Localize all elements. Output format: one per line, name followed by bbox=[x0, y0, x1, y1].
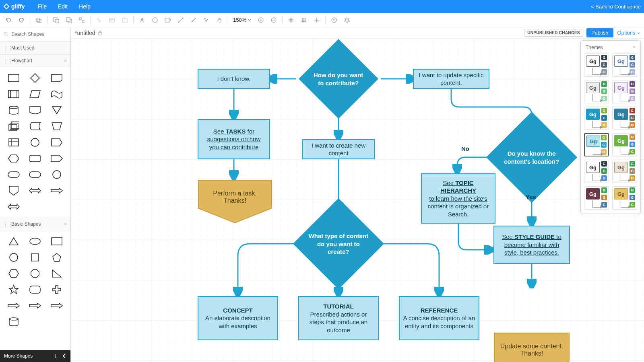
box-update-specific[interactable]: I want to update specific content. bbox=[413, 69, 489, 89]
terminal-perform-task[interactable]: Perform a task. Thanks! bbox=[198, 179, 272, 224]
box-topic-hierarchy[interactable]: See TOPIC HIERARCHY to learn how the sit… bbox=[421, 173, 495, 224]
shape-parallelogram[interactable] bbox=[26, 87, 45, 101]
menu-file[interactable]: File bbox=[32, 3, 52, 10]
shape-diamond[interactable] bbox=[26, 71, 45, 85]
box-reference[interactable]: REFERENCE A concise description of an en… bbox=[399, 296, 479, 340]
shape-terminator[interactable] bbox=[4, 168, 23, 181]
box-tasks[interactable]: See TASKS for suggestions on how you can… bbox=[198, 119, 270, 159]
shape-connector-circle[interactable] bbox=[26, 136, 45, 149]
theme-tile[interactable]: Gg G G G bbox=[584, 186, 609, 210]
pan-tool-button[interactable] bbox=[213, 14, 225, 26]
section-basic-shapes[interactable]: ⋮⋮ Basic Shapes × bbox=[0, 218, 70, 230]
shape-plus[interactable] bbox=[47, 283, 66, 296]
zoom-level[interactable]: 150% bbox=[231, 17, 254, 23]
shape-arrow-rect[interactable] bbox=[47, 152, 66, 165]
shape-cylinder[interactable] bbox=[4, 103, 23, 117]
undo-button[interactable] bbox=[2, 14, 14, 26]
connector-tool-button[interactable] bbox=[175, 14, 187, 26]
zoom-out-button[interactable] bbox=[268, 14, 280, 26]
shape-octagon[interactable] bbox=[26, 267, 45, 280]
box-dont-know[interactable]: I don't know. bbox=[198, 69, 270, 89]
shape-arrow-right[interactable] bbox=[47, 184, 66, 197]
app-logo[interactable]: gliffy bbox=[3, 3, 25, 10]
shape-arrow-lr2[interactable] bbox=[4, 200, 23, 214]
shape-square[interactable] bbox=[26, 251, 45, 264]
shape-rect2[interactable] bbox=[47, 234, 66, 248]
popup-button[interactable] bbox=[119, 14, 131, 26]
theme-tile[interactable]: Gg G G G bbox=[584, 107, 609, 130]
close-icon[interactable]: × bbox=[64, 221, 67, 227]
shape-hexagon[interactable] bbox=[4, 152, 23, 165]
snap-button[interactable] bbox=[298, 14, 310, 26]
shape-rounded2[interactable] bbox=[26, 283, 45, 296]
shape-arrow-r3[interactable] bbox=[26, 299, 45, 313]
shape-shield[interactable] bbox=[4, 184, 23, 197]
shape-hexagon2[interactable] bbox=[4, 267, 23, 280]
search-shapes-input[interactable] bbox=[2, 30, 68, 39]
canvas[interactable]: How do you want to contribute? I don't k… bbox=[71, 39, 644, 362]
shape-triangle[interactable] bbox=[4, 234, 23, 248]
publish-button[interactable]: Publish bbox=[586, 28, 613, 37]
shape-ellipse[interactable] bbox=[26, 234, 45, 248]
close-icon[interactable]: × bbox=[633, 45, 636, 50]
bring-front-button[interactable] bbox=[50, 14, 62, 26]
circle-tool-button[interactable] bbox=[149, 14, 161, 26]
shape-triangle-down[interactable] bbox=[47, 103, 66, 117]
send-back-button[interactable] bbox=[63, 14, 75, 26]
grid-button[interactable] bbox=[285, 14, 297, 26]
line-tool-button[interactable] bbox=[188, 14, 200, 26]
box-create-new[interactable]: I want to create new content bbox=[302, 139, 375, 159]
shape-cylinder2[interactable] bbox=[4, 315, 23, 329]
note-button[interactable] bbox=[106, 14, 118, 26]
layers-button[interactable] bbox=[341, 14, 353, 26]
section-most-used[interactable]: ⋮⋮ Most Used bbox=[0, 41, 70, 54]
theme-tile[interactable]: Gg G G G bbox=[584, 80, 609, 103]
shape-right-triangle[interactable] bbox=[47, 267, 66, 280]
theme-tile[interactable]: Gg G G G bbox=[612, 160, 637, 183]
shape-arrow-r4[interactable] bbox=[47, 299, 66, 313]
options-button[interactable]: Options bbox=[617, 30, 640, 36]
decision-how-contribute[interactable]: How do you want to contribute? bbox=[299, 39, 378, 119]
shape-pentagon[interactable] bbox=[47, 251, 66, 264]
themes-button[interactable] bbox=[328, 14, 340, 26]
group-button[interactable] bbox=[76, 14, 88, 26]
theme-tile[interactable]: Gg G G G bbox=[612, 107, 637, 130]
shape-stack[interactable] bbox=[4, 119, 23, 133]
box-concept[interactable]: CONCEPT An elaborate description with ex… bbox=[198, 296, 278, 340]
shape-card[interactable] bbox=[47, 71, 66, 85]
shape-offpage[interactable] bbox=[47, 136, 66, 149]
box-tutorial[interactable]: TUTORIAL Prescribed actions or steps tha… bbox=[298, 296, 379, 340]
shape-manual-op[interactable] bbox=[47, 119, 66, 133]
more-shapes-button[interactable]: More Shapes bbox=[0, 350, 70, 362]
shape-pill[interactable] bbox=[26, 168, 45, 181]
copy-button[interactable] bbox=[33, 14, 45, 26]
shape-predefined[interactable] bbox=[4, 87, 23, 101]
shape-circle2[interactable] bbox=[47, 168, 66, 181]
theme-tile[interactable]: Gg G G G bbox=[612, 53, 637, 77]
back-to-confluence-link[interactable]: < Back to Confluence bbox=[591, 4, 641, 10]
shape-rounded-rect[interactable] bbox=[26, 152, 45, 165]
decision-content-type[interactable]: What type of content do you want to crea… bbox=[293, 198, 384, 289]
terminal-update-content[interactable]: Update some content. Thanks! bbox=[493, 332, 570, 362]
shape-rectangle[interactable] bbox=[4, 71, 23, 85]
menu-help[interactable]: Help bbox=[73, 3, 96, 10]
pointer-tool-button[interactable] bbox=[200, 14, 213, 26]
theme-tile[interactable]: Gg G G G bbox=[612, 80, 637, 103]
decision-know-location[interactable]: Do you know the content's location? bbox=[486, 112, 577, 203]
theme-tile[interactable]: Gg G G G bbox=[584, 160, 609, 183]
section-flowchart[interactable]: ⋮⋮ Flowchart × bbox=[0, 54, 70, 67]
shape-internal-storage[interactable] bbox=[4, 136, 23, 149]
text-tool-button[interactable]: A bbox=[136, 14, 148, 26]
shape-arrow-r2[interactable] bbox=[4, 299, 23, 313]
zoom-in-button[interactable] bbox=[255, 14, 267, 26]
menu-edit[interactable]: Edit bbox=[52, 3, 73, 10]
theme-tile[interactable]: Gg G G G bbox=[612, 133, 637, 156]
shape-arrow-left-right[interactable] bbox=[26, 184, 45, 197]
shape-stored-data[interactable] bbox=[26, 119, 45, 133]
link-button[interactable] bbox=[93, 14, 105, 26]
shape-display[interactable] bbox=[26, 103, 45, 117]
shape-star[interactable] bbox=[4, 283, 23, 296]
box-style-guide[interactable]: See STYLE GUIDE to become familiar with … bbox=[493, 226, 570, 264]
close-icon[interactable]: × bbox=[64, 58, 67, 64]
redo-button[interactable] bbox=[15, 14, 27, 26]
